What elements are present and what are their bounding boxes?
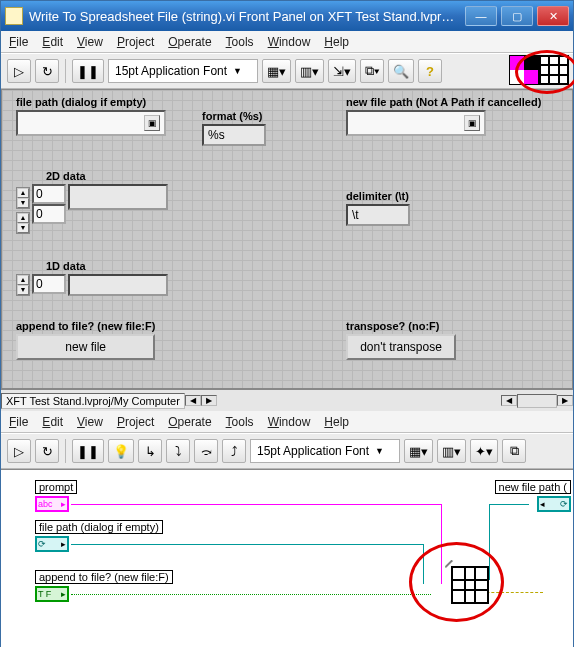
transpose-button[interactable]: don't transpose: [346, 334, 456, 360]
array-index-row[interactable]: 0: [32, 184, 66, 204]
delimiter-label: delimiter (\t): [346, 190, 410, 202]
array-index-col[interactable]: 0: [32, 204, 66, 224]
vi-icon[interactable]: [509, 55, 539, 85]
two-d-label: 2D data: [46, 170, 168, 182]
format-input[interactable]: %s: [202, 124, 266, 146]
one-d-array[interactable]: [68, 274, 168, 296]
delimiter-input[interactable]: \t: [346, 204, 410, 226]
app-icon: [5, 7, 23, 25]
menu-window[interactable]: Window: [268, 415, 311, 429]
format-label: format (%s): [202, 110, 266, 122]
chevron-down-icon: ▼: [375, 446, 384, 456]
run-button[interactable]: ▷: [7, 439, 31, 463]
retain-wire-button[interactable]: ↳: [138, 439, 162, 463]
browse-icon[interactable]: ▣: [144, 115, 160, 131]
search-button[interactable]: 🔍: [388, 59, 414, 83]
menu-edit[interactable]: Edit: [42, 35, 63, 49]
close-button[interactable]: ✕: [537, 6, 569, 26]
pause-button[interactable]: ❚❚: [72, 439, 104, 463]
cleanup-button[interactable]: ✦▾: [470, 439, 498, 463]
array-1d-index[interactable]: 0: [32, 274, 66, 294]
connector-pane[interactable]: [539, 55, 569, 85]
scroll-left[interactable]: ◀: [501, 395, 517, 406]
file-path-label: file path (dialog if empty): [16, 96, 166, 108]
two-d-array[interactable]: [68, 184, 168, 210]
font-label: 15pt Application Font: [115, 64, 227, 78]
menu-window[interactable]: Window: [268, 35, 311, 49]
subvi-icon[interactable]: [451, 566, 489, 604]
append-label: append to file? (new file:F): [16, 320, 155, 332]
menu-help[interactable]: Help: [324, 415, 349, 429]
array-col-index[interactable]: ▲▼: [16, 212, 30, 234]
help-button[interactable]: ?: [418, 59, 442, 83]
step-into-button[interactable]: ⤵: [166, 439, 190, 463]
align-button[interactable]: ▦▾: [262, 59, 291, 83]
highlight-exec-button[interactable]: 💡: [108, 439, 134, 463]
step-out-button[interactable]: ⤴: [222, 439, 246, 463]
one-d-label: 1D data: [46, 260, 168, 272]
wire-out: [489, 504, 529, 505]
maximize-button[interactable]: ▢: [501, 6, 533, 26]
menu-help[interactable]: Help: [324, 35, 349, 49]
menu-operate[interactable]: Operate: [168, 415, 211, 429]
menu-edit[interactable]: Edit: [42, 415, 63, 429]
wire-append: [71, 594, 431, 595]
history-dropdown[interactable]: ◀: [185, 395, 201, 406]
distribute-button[interactable]: ▥▾: [295, 59, 324, 83]
transpose-label: transpose? (no:F): [346, 320, 456, 332]
minimize-button[interactable]: —: [465, 6, 497, 26]
reorder-button[interactable]: ⧉▾: [360, 59, 384, 83]
run-button[interactable]: ▷: [7, 59, 31, 83]
wire-prompt: [71, 504, 441, 505]
array-1d-index-spin[interactable]: ▲▼: [16, 274, 30, 296]
bd-filepath-terminal[interactable]: ⟳▸: [35, 536, 69, 552]
bd-prompt-label: prompt: [35, 480, 77, 494]
new-file-path-indicator: ▣: [346, 110, 486, 136]
bd-append-label: append to file? (new file:F): [35, 570, 173, 584]
menu-file[interactable]: File: [9, 35, 28, 49]
resize-button[interactable]: ⇲▾: [328, 59, 356, 83]
menu-file[interactable]: File: [9, 415, 28, 429]
menu-project[interactable]: Project: [117, 35, 154, 49]
menu-operate[interactable]: Operate: [168, 35, 211, 49]
scroll-right[interactable]: ▶: [557, 395, 573, 406]
align-button[interactable]: ▦▾: [404, 439, 433, 463]
bd-append-terminal[interactable]: T F▸: [35, 586, 69, 602]
wire-out-v: [489, 504, 490, 580]
distribute-button[interactable]: ▥▾: [437, 439, 466, 463]
bd-newfilepath-terminal[interactable]: ◂⟳: [537, 496, 571, 512]
menu-tools[interactable]: Tools: [226, 35, 254, 49]
bd-newfilepath-label: new file path (: [495, 480, 571, 494]
font-selector[interactable]: 15pt Application Font ▼: [108, 59, 258, 83]
window-title: Write To Spreadsheet File (string).vi Fr…: [29, 9, 461, 24]
browse-icon: ▣: [464, 115, 480, 131]
menu-project[interactable]: Project: [117, 415, 154, 429]
menu-tools[interactable]: Tools: [226, 415, 254, 429]
run-continuous-button[interactable]: ↻: [35, 59, 59, 83]
run-continuous-button[interactable]: ↻: [35, 439, 59, 463]
status-path: XFT Test Stand.lvproj/My Computer: [1, 393, 185, 409]
bd-prompt-terminal[interactable]: abc▸: [35, 496, 69, 512]
font-selector[interactable]: 15pt Application Font ▼: [250, 439, 400, 463]
font-label: 15pt Application Font: [257, 444, 369, 458]
step-over-button[interactable]: ⤼: [194, 439, 218, 463]
wire-path-v: [423, 544, 424, 584]
reorder-button[interactable]: ⧉: [502, 439, 526, 463]
bd-filepath-label: file path (dialog if empty): [35, 520, 163, 534]
chevron-down-icon: ▼: [233, 66, 242, 76]
menu-view[interactable]: View: [77, 415, 103, 429]
file-path-input[interactable]: ▣: [16, 110, 166, 136]
array-row-index[interactable]: ▲▼: [16, 187, 30, 209]
append-button[interactable]: new file: [16, 334, 155, 360]
wire-path: [71, 544, 423, 545]
menu-view[interactable]: View: [77, 35, 103, 49]
new-file-path-label: new file path (Not A Path if cancelled): [346, 96, 541, 108]
wire-prompt-v: [441, 504, 442, 584]
history-dropdown[interactable]: ▶: [201, 395, 217, 406]
pause-button[interactable]: ❚❚: [72, 59, 104, 83]
